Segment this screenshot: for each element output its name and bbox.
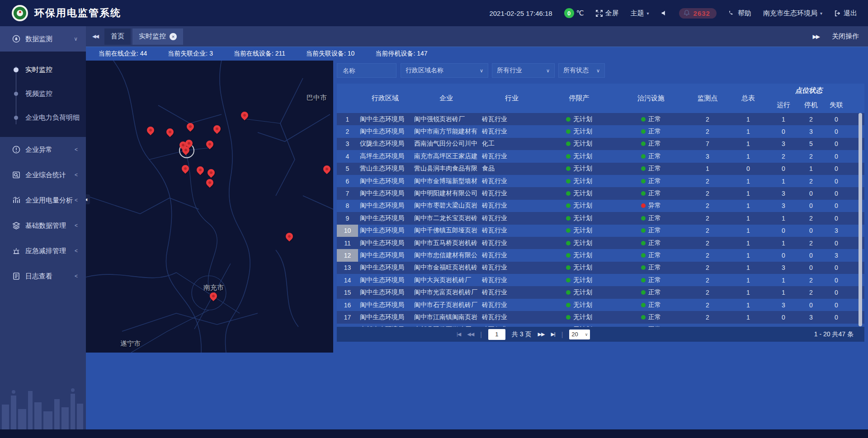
table-row[interactable]: 11阆中生态环境局阆中市五马桥页岩机砖砖瓦行业无计划正常21120 [337, 237, 864, 249]
sound-button[interactable] [661, 10, 667, 16]
fullscreen-button[interactable]: 全屏 [596, 9, 619, 18]
tabs-scroll-left-icon[interactable]: ◀◀ [86, 33, 104, 39]
cell-region: 阆中生态环境局 [358, 200, 412, 212]
limit-status-dot-icon [566, 241, 571, 245]
limit-status-label: 无计划 [573, 239, 592, 247]
table-row[interactable]: 14阆中生态环境局阆中大兴页岩机砖厂砖瓦行业无计划正常21120 [337, 274, 864, 286]
sidebar-item-企业综合统计[interactable]: 企业综合统计< [0, 162, 86, 188]
table-row[interactable]: 17阆中生态环境局阆中市江南镇阆南页岩砖瓦行业无计划正常21030 [337, 311, 864, 323]
table-row[interactable]: 15阆中生态环境局阆中市光富页岩机砖厂砖瓦行业无计划正常21120 [337, 286, 864, 298]
layers-icon [12, 221, 21, 230]
industry-filter-select[interactable]: 所有行业 ∨ [492, 63, 555, 78]
tab-实时监控[interactable]: 实时监控× [132, 28, 183, 45]
cell-company: 阆中大兴页岩机砖厂 [412, 274, 480, 286]
table-row[interactable]: 18南部生态环境局南部县双佛页岩砖厂砖瓦行业无计划正常21030 [337, 324, 864, 327]
pager-first-button[interactable]: |◀ [457, 331, 461, 337]
cell-stop-count: 0 [798, 187, 824, 199]
table-row[interactable]: 5营山生态环境局营山县润丰肉食品有限食品无计划正常10010 [337, 163, 864, 175]
pager-next-button[interactable]: ▶▶ [538, 331, 544, 337]
sidebar-item-基础数据管理[interactable]: 基础数据管理< [0, 213, 86, 238]
limit-status-dot-icon [566, 278, 571, 283]
tab-首页[interactable]: 首页 [104, 28, 131, 45]
chevron-left-icon: < [75, 197, 78, 203]
sidebar-item-日志查看[interactable]: 日志查看< [0, 264, 86, 289]
sidebar-subitem-企业电力负荷明细[interactable]: 企业电力负荷明细 [0, 106, 86, 130]
table-row[interactable]: 10阆中生态环境局阆中千佛镇五郎垭页岩砖瓦行业无计划正常21003 [337, 225, 864, 237]
facility-status-label: 正常 [648, 152, 661, 160]
cell-row-number: 5 [337, 163, 358, 175]
table-row[interactable]: 8阆中生态环境局阆中市枣碧大梁山页岩砖瓦行业无计划异常21300 [337, 200, 864, 212]
cell-industry: 砖瓦行业 [480, 324, 543, 327]
cell-company: 阆中市南方节能建材有 [412, 125, 480, 137]
table-row[interactable]: 13阆中生态环境局阆中市金福旺页岩机砖砖瓦行业无计划正常21300 [337, 262, 864, 274]
cell-run-count: 3 [769, 299, 798, 311]
table-scrollbar[interactable] [859, 113, 862, 326]
cell-monitor-count: 1 [687, 163, 728, 175]
table-row[interactable]: 3仪陇生态环境局西南油气田分公司川中化工无计划正常71350 [337, 138, 864, 150]
cell-monitor-count: 2 [687, 262, 728, 274]
theme-dropdown[interactable]: 主题 ▾ [631, 9, 649, 18]
bell-icon [684, 9, 690, 17]
scrollbar-thumb[interactable] [859, 113, 862, 326]
limit-status-label: 无计划 [573, 152, 592, 160]
table-row[interactable]: 4高坪生态环境局南充市高坪区王家店建砖瓦行业无计划正常31220 [337, 150, 864, 162]
sidebar-subitem-视频监控[interactable]: 视频监控 [0, 82, 86, 106]
organization-dropdown[interactable]: 南充市生态环境局 ▾ [763, 9, 822, 18]
table-row[interactable]: 1阆中生态环境局阆中强锐页岩砖厂砖瓦行业无计划正常21120 [337, 113, 864, 125]
submenu-item-label: 实时监控 [25, 66, 52, 74]
limit-status-label: 无计划 [573, 251, 592, 259]
name-filter-input[interactable] [342, 66, 392, 75]
tabs-scroll-right-icon[interactable]: ▶▶ [813, 33, 819, 40]
close-operations-button[interactable]: 关闭操作 [832, 32, 859, 41]
region-filter-select[interactable]: 行政区域名称 ∨ [401, 63, 488, 78]
table-row[interactable]: 7阆中生态环境局阆中明阳建材有限公司砖瓦行业无计划正常21300 [337, 187, 864, 199]
map-collapse-handle[interactable]: ◀ [86, 194, 90, 204]
cell-facility: 正常 [615, 262, 687, 274]
sidebar-item-应急减排管理[interactable]: 应急减排管理< [0, 238, 86, 264]
sidebar-item-企业异常[interactable]: 企业异常< [0, 137, 86, 162]
sidebar-item-数据监测[interactable]: 数据监测∨ [0, 26, 86, 52]
tab-close-icon[interactable]: × [170, 33, 177, 40]
page-size-select[interactable]: 20 ∨ [569, 330, 590, 339]
header-monitor: 监测点 [687, 84, 728, 113]
facility-status-dot-icon [641, 303, 646, 307]
facility-status-label: 正常 [648, 127, 661, 136]
facility-status-dot-icon [641, 241, 646, 245]
table-row[interactable]: 16阆中生态环境局阆中市石子页岩机砖厂砖瓦行业无计划正常21300 [337, 299, 864, 311]
sidebar-subitem-实时监控[interactable]: 实时监控 [0, 58, 86, 82]
cell-run-count: 1 [769, 286, 798, 298]
cell-stop-count: 2 [798, 175, 824, 187]
pager-prev-button[interactable]: ◀◀ [467, 331, 474, 337]
stats-bar: 当前在线企业: 44当前失联企业: 3当前在线设备: 211当前失联设备: 10… [86, 47, 868, 61]
table-row[interactable]: 2阆中生态环境局阆中市南方节能建材有砖瓦行业无计划正常21030 [337, 125, 864, 137]
facility-status-dot-icon [641, 166, 646, 171]
app-logo-icon [12, 5, 28, 21]
cell-industry: 砖瓦行业 [480, 286, 543, 298]
chevron-left-icon: < [75, 172, 78, 178]
header-row-number [337, 84, 358, 113]
cell-meter-count: 1 [728, 113, 769, 125]
record-range-label: 1 - 20 共47 条 [814, 330, 854, 339]
table-row[interactable]: 6阆中生态环境局阆中市金博瑞新型墙材砖瓦行业无计划正常21120 [337, 175, 864, 187]
cell-limit: 无计划 [543, 125, 615, 137]
top-header: 环保用电监管系统 2021-02-25 17:46:18 0 ℃ 全屏 主题 ▾… [0, 0, 868, 26]
header-point-status-group: 点位状态 运行 停机 失联 [769, 84, 849, 113]
status-filter-select[interactable]: 所有状态 ∨ [558, 63, 605, 78]
table-row[interactable]: 9阆中生态环境局阆中市二龙长宝页岩砖砖瓦行业无计划正常21120 [337, 212, 864, 224]
sidebar-item-企业用电量分析[interactable]: 企业用电量分析< [0, 188, 86, 213]
help-button[interactable]: 帮助 [728, 9, 751, 18]
logout-button[interactable]: 退出 [834, 9, 857, 18]
theme-caret-icon: ▾ [647, 11, 649, 16]
facility-status-dot-icon [641, 129, 646, 134]
cell-row-number: 10 [337, 225, 358, 237]
pager-last-button[interactable]: ▶| [551, 331, 555, 337]
notification-badge[interactable]: 2632 [679, 8, 717, 19]
cell-industry: 化工 [480, 138, 543, 150]
cell-monitor-count: 2 [687, 113, 728, 125]
page-number-input[interactable] [488, 329, 505, 340]
facility-status-label: 正常 [648, 276, 661, 284]
header-company: 企业 [412, 84, 480, 113]
table-row[interactable]: 12阆中生态环境局阆中市忠信建材有限公砖瓦行业无计划正常21003 [337, 249, 864, 261]
map-panel[interactable]: 巴中市南充市遂宁市 ◀ [86, 60, 333, 353]
cell-run-count: 3 [769, 138, 798, 150]
